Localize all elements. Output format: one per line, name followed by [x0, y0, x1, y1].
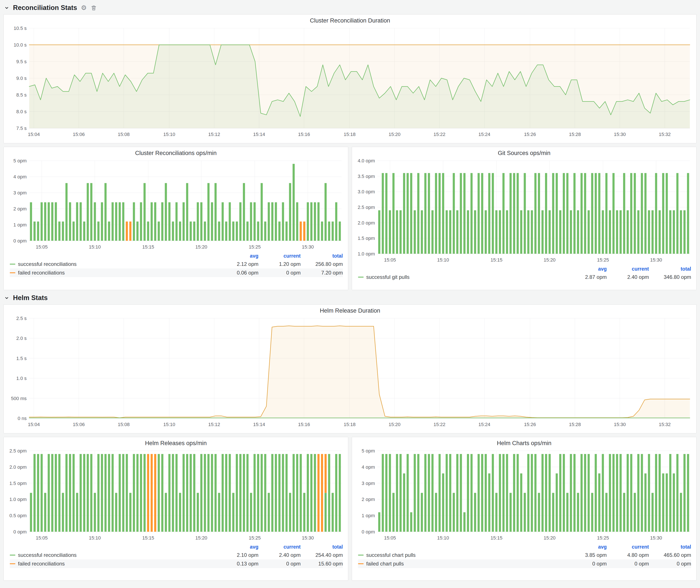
svg-text:2.5 opm: 2.5 opm [358, 205, 375, 210]
legend-col-total[interactable]: total [649, 544, 691, 550]
series-current: 0 opm [258, 561, 301, 567]
svg-text:15:12: 15:12 [208, 132, 220, 137]
chevron-down-icon [4, 5, 10, 11]
panel-title[interactable]: Cluster Reconciliation Duration [4, 15, 696, 25]
svg-text:15:10: 15:10 [437, 535, 449, 541]
svg-text:15:14: 15:14 [253, 422, 265, 427]
svg-text:8.0 s: 8.0 s [16, 109, 27, 114]
trash-icon[interactable] [90, 5, 97, 11]
svg-text:15:25: 15:25 [597, 257, 609, 263]
bar-chart-cluster-reconciliations[interactable]: 15:0515:1015:1515:2015:2515:300 opm1 opm… [5, 157, 346, 252]
series-name: failed reconciliations [18, 561, 65, 567]
legend: avg current total successful reconciliat… [4, 543, 348, 569]
svg-text:15:20: 15:20 [195, 535, 207, 541]
series-total: 256.80 opm [301, 261, 343, 267]
chart-svg: 15:0515:1015:1515:2015:2515:301.0 opm1.5… [354, 157, 695, 265]
svg-text:1.0 s: 1.0 s [16, 376, 27, 381]
panel-title[interactable]: Git Sources ops/min [352, 147, 696, 157]
series-color-dash [358, 277, 364, 278]
legend-series-label[interactable]: failed chart pulls [358, 561, 565, 567]
svg-text:0 opm: 0 opm [13, 238, 27, 244]
panel-title[interactable]: Cluster Reconciliations ops/min [4, 147, 348, 157]
legend-col-avg[interactable]: avg [216, 253, 258, 259]
legend-series-label[interactable]: successful reconciliations [10, 261, 216, 267]
svg-text:15:16: 15:16 [298, 422, 310, 427]
svg-text:15:15: 15:15 [142, 244, 154, 250]
section-header-reconciliation[interactable]: Reconciliation Stats ⚙ [0, 1, 700, 14]
svg-text:10.0 s: 10.0 s [14, 42, 27, 48]
legend-col-current[interactable]: current [607, 266, 649, 272]
section-title: Reconciliation Stats [13, 4, 77, 12]
series-avg: 0.06 opm [216, 270, 258, 276]
svg-text:3.0 opm: 3.0 opm [358, 189, 375, 194]
svg-text:9.5 s: 9.5 s [16, 59, 27, 64]
legend-series-label[interactable]: successful git pulls [358, 274, 565, 280]
svg-text:2 opm: 2 opm [362, 497, 375, 502]
timeseries-chart-helm-duration[interactable]: 15:0415:0615:0815:1015:1215:1415:1615:18… [5, 315, 695, 429]
series-total: 465.60 opm [649, 552, 691, 558]
legend-col-total[interactable]: total [301, 253, 343, 259]
svg-text:15:05: 15:05 [36, 535, 48, 541]
svg-text:4 opm: 4 opm [13, 174, 27, 179]
panel-title[interactable]: Helm Releases ops/min [4, 437, 348, 447]
svg-text:7.5 s: 7.5 s [16, 126, 27, 131]
legend-series-label[interactable]: successful chart pulls [358, 552, 565, 558]
legend-row: failed reconciliations 0.06 opm 0 opm 7.… [10, 268, 343, 277]
panel-helm-charts-ops: Helm Charts ops/min 15:0515:1015:1515:20… [352, 437, 697, 581]
svg-text:8.5 s: 8.5 s [16, 92, 27, 98]
gear-icon[interactable]: ⚙ [81, 5, 87, 11]
timeseries-chart-cluster-duration[interactable]: 15:0415:0615:0815:1015:1215:1415:1615:18… [5, 25, 695, 139]
svg-text:3.5 opm: 3.5 opm [358, 174, 375, 179]
series-current: 0 opm [607, 561, 649, 567]
svg-text:3 opm: 3 opm [13, 190, 27, 195]
svg-text:5 opm: 5 opm [13, 158, 27, 163]
svg-text:15:10: 15:10 [163, 422, 175, 427]
svg-text:15:10: 15:10 [89, 244, 101, 250]
legend-header: avg current total [10, 252, 343, 260]
svg-text:15:04: 15:04 [28, 132, 40, 137]
legend-col-avg[interactable]: avg [565, 544, 607, 550]
bar-chart-git-sources[interactable]: 15:0515:1015:1515:2015:2515:301.0 opm1.5… [354, 157, 695, 265]
svg-text:15:15: 15:15 [490, 535, 502, 541]
series-avg: 0 opm [565, 561, 607, 567]
svg-text:15:14: 15:14 [253, 132, 265, 137]
svg-text:15:20: 15:20 [544, 535, 556, 541]
svg-text:1.5 opm: 1.5 opm [358, 236, 375, 241]
svg-text:15:16: 15:16 [298, 132, 310, 137]
svg-text:2.5 opm: 2.5 opm [10, 448, 27, 454]
legend-row: failed reconciliations 0.13 opm 0 opm 15… [10, 559, 343, 568]
panel-title[interactable]: Helm Release Duration [4, 305, 696, 315]
legend-col-avg[interactable]: avg [565, 266, 607, 272]
legend-row: successful git pulls 2.87 opm 2.40 opm 3… [358, 273, 691, 281]
legend-series-label[interactable]: failed reconciliations [10, 561, 216, 567]
svg-text:2.0 s: 2.0 s [16, 336, 27, 341]
svg-text:2.5 s: 2.5 s [16, 316, 27, 321]
legend-col-total[interactable]: total [649, 266, 691, 272]
series-total: 15.60 opm [301, 561, 343, 567]
svg-text:1.5 opm: 1.5 opm [10, 481, 27, 486]
series-name: failed chart pulls [366, 561, 404, 567]
series-current: 0 opm [258, 270, 301, 276]
legend-col-current[interactable]: current [607, 544, 649, 550]
section-header-helm[interactable]: Helm Stats [0, 291, 700, 304]
series-color-dash [10, 272, 15, 273]
series-current: 1.20 opm [258, 261, 301, 267]
legend-col-total[interactable]: total [301, 544, 343, 550]
panel-title[interactable]: Helm Charts ops/min [352, 437, 696, 447]
series-avg: 2.10 opm [216, 552, 258, 558]
legend-col-current[interactable]: current [258, 544, 301, 550]
bar-chart-helm-charts[interactable]: 15:0515:1015:1515:2015:2515:300 opm1 opm… [354, 447, 695, 543]
chart-svg: 15:0515:1015:1515:2015:2515:300 opm1 opm… [354, 447, 695, 543]
svg-text:15:32: 15:32 [659, 132, 671, 137]
svg-text:15:30: 15:30 [650, 535, 662, 541]
svg-text:15:30: 15:30 [302, 244, 314, 250]
legend-header: avg current total [10, 543, 343, 551]
legend-series-label[interactable]: failed reconciliations [10, 270, 216, 276]
legend-col-current[interactable]: current [258, 253, 301, 259]
legend-series-label[interactable]: successful reconciliations [10, 552, 216, 558]
svg-text:15:15: 15:15 [142, 535, 154, 541]
legend-header: avg current total [358, 265, 691, 273]
legend-col-avg[interactable]: avg [216, 544, 258, 550]
series-avg: 3.85 opm [565, 552, 607, 558]
bar-chart-helm-releases[interactable]: 15:0515:1015:1515:2015:2515:300 opm0.5 o… [5, 447, 346, 543]
